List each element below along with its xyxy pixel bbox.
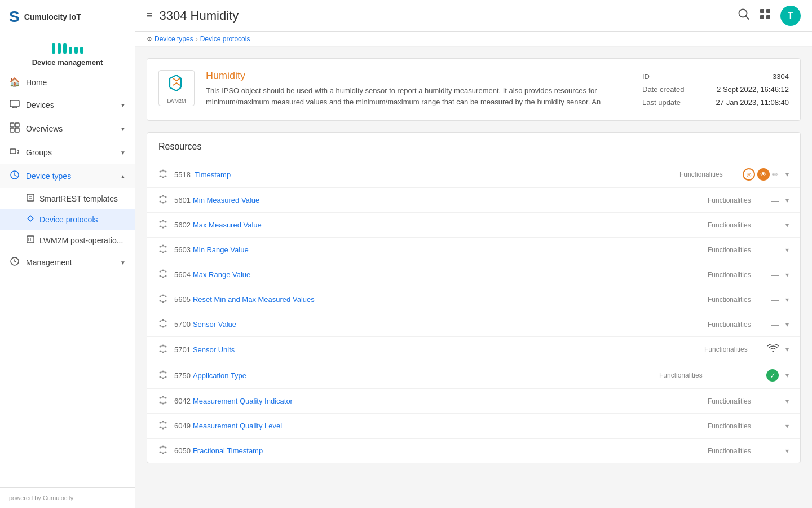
eye-icon[interactable]: 👁 (757, 168, 770, 181)
resource-name: 6049Measurement Quality Level (174, 422, 701, 430)
resource-name: 5605Reset Min and Max Measured Values (174, 295, 701, 304)
resource-node-icon (158, 269, 167, 280)
sidebar: S Cumulocity IoT Device management 🏠 Hom… (0, 0, 135, 508)
svg-line-17 (746, 16, 749, 20)
resource-action-icons: — (771, 295, 779, 304)
resource-node-icon (158, 445, 167, 456)
svg-rect-20 (760, 15, 764, 19)
check-circle-icon: ✓ (766, 369, 779, 382)
table-row: 5602Max Measured Value Functionalities —… (147, 213, 800, 238)
logo-s: S (9, 9, 20, 25)
sidebar-section-label: Device management (32, 58, 103, 67)
chevron-down-icon: ▼ (120, 102, 126, 108)
avatar[interactable]: T (780, 6, 801, 26)
main-content: ≡ 3304 Humidity T ⚙ Device types › Devic… (135, 0, 812, 508)
resource-action-icons: — (771, 196, 779, 205)
radio-icon[interactable]: ◎ (743, 168, 755, 181)
table-row: 5750Application Type Functionalities — ✓… (147, 362, 800, 389)
chevron-down-icon[interactable]: ▾ (785, 170, 789, 178)
svg-rect-18 (760, 9, 764, 13)
info-meta: ID 3304 Date created 2 Sept 2022, 16:46:… (642, 70, 789, 109)
resources-title: Resources (147, 133, 800, 161)
chevron-down-icon[interactable]: ▾ (785, 345, 789, 353)
info-text: Humidity This IPSO object should be used… (206, 70, 631, 109)
resource-action-icons (767, 344, 779, 355)
resource-name: 5518 Timestamp (174, 170, 673, 179)
chevron-down-icon[interactable]: ▾ (785, 447, 789, 455)
svg-rect-21 (766, 15, 770, 19)
table-row: 5700Sensor Value Functionalities — ▾ (147, 312, 800, 337)
breadcrumb-icon: ⚙ (147, 36, 152, 43)
svg-rect-10 (27, 194, 34, 201)
table-row: 6042Measurement Quality Indicator Functi… (147, 389, 800, 414)
svg-rect-7 (15, 128, 19, 132)
breadcrumb-device-protocols[interactable]: Device protocols (200, 35, 250, 43)
management-icon (9, 256, 20, 269)
table-row: 5603Min Range Value Functionalities — ▾ (147, 238, 800, 262)
grid-icon[interactable] (759, 8, 771, 23)
resource-node-icon (158, 169, 167, 180)
meta-id-label: ID (642, 72, 650, 81)
resource-functionalities: Functionalities (708, 296, 764, 304)
breadcrumb-device-types[interactable]: Device types (155, 35, 193, 43)
resource-name: 5603Min Range Value (174, 246, 701, 254)
resource-node-icon (158, 244, 167, 255)
resource-action-icons: — (771, 270, 779, 279)
svg-rect-6 (10, 128, 14, 132)
groups-icon (9, 146, 20, 159)
resource-dash: — (722, 371, 730, 380)
smartrest-icon (26, 193, 35, 204)
breadcrumb-separator: › (196, 35, 198, 43)
search-icon[interactable] (738, 8, 750, 23)
sidebar-item-groups[interactable]: Groups ▼ (0, 141, 135, 164)
resource-name: 6042Measurement Quality Indicator (174, 397, 701, 405)
resource-functionalities: Functionalities (708, 246, 764, 254)
resource-action-icons: ◎ 👁 ✏ (743, 168, 779, 181)
breadcrumb: ⚙ Device types › Device protocols (135, 32, 812, 47)
meta-created-label: Date created (642, 85, 684, 94)
sidebar-item-devices[interactable]: Devices ▼ (0, 93, 135, 117)
sidebar-item-home[interactable]: 🏠 Home (0, 71, 135, 93)
resource-functionalities: Functionalities (704, 345, 761, 353)
sidebar-item-device-types[interactable]: Device types ▲ (0, 164, 135, 188)
devices-icon (9, 99, 20, 111)
chevron-down-icon[interactable]: ▾ (785, 422, 789, 430)
sidebar-item-lwm2m[interactable]: LWM2M post-operatio... (0, 230, 135, 251)
chevron-down-icon[interactable]: ▾ (785, 321, 789, 329)
page-title: 3304 Humidity (160, 8, 731, 23)
chevron-down-icon[interactable]: ▾ (785, 196, 789, 204)
sidebar-item-management[interactable]: Management ▼ (0, 251, 135, 274)
resource-dash: — (771, 295, 779, 304)
resource-dash: — (771, 270, 779, 279)
table-row: 5601Min Measured Value Functionalities —… (147, 188, 800, 213)
resource-dash: — (771, 246, 779, 255)
resource-name: 5700Sensor Value (174, 320, 701, 329)
sidebar-item-label: Groups (26, 148, 114, 157)
table-row: 5604Max Range Value Functionalities — ▾ (147, 262, 800, 287)
resource-action-icons: — (771, 446, 779, 456)
chevron-down-icon[interactable]: ▾ (785, 397, 789, 405)
sidebar-item-device-protocols[interactable]: Device protocols (0, 209, 135, 230)
chevron-down-icon: ▼ (120, 126, 126, 132)
resource-label[interactable]: Timestamp (195, 170, 231, 179)
chevron-down-icon[interactable]: ▾ (785, 246, 789, 254)
resource-node-icon (158, 294, 167, 305)
chevron-down-icon[interactable]: ▾ (785, 296, 789, 304)
chevron-down-icon[interactable]: ▾ (785, 271, 789, 279)
edit-icon[interactable]: ✏ (772, 170, 779, 179)
hamburger-icon[interactable]: ≡ (147, 10, 153, 21)
meta-id-row: ID 3304 (642, 70, 789, 83)
sidebar-item-overviews[interactable]: Overviews ▼ (0, 117, 135, 141)
device-types-icon (9, 170, 20, 182)
resource-name: 6050Fractional Timestamp (174, 446, 701, 455)
sidebar-header: S Cumulocity IoT (0, 0, 135, 34)
chevron-down-icon[interactable]: ▾ (785, 371, 789, 379)
meta-updated-label: Last update (642, 98, 681, 107)
sidebar-item-smartrest[interactable]: SmartREST templates (0, 188, 135, 209)
resource-functionalities: Functionalities (708, 397, 764, 405)
svg-rect-8 (10, 149, 16, 154)
chevron-down-icon[interactable]: ▾ (785, 221, 789, 229)
table-row: 6050Fractional Timestamp Functionalities… (147, 439, 800, 463)
resource-name: 5602Max Measured Value (174, 221, 701, 229)
resource-functionalities: Functionalities (708, 447, 764, 455)
